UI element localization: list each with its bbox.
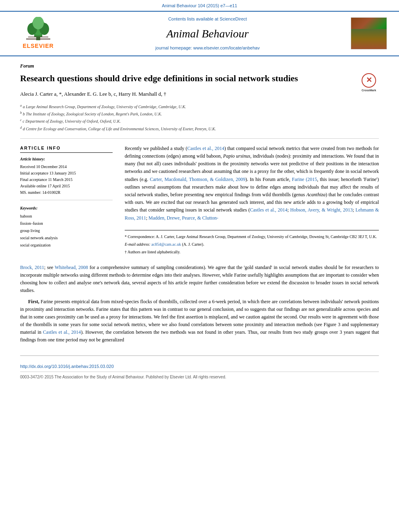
- body-left-col: Brock, 2011; see Whitehead, 2008 for a c…: [20, 264, 379, 347]
- affiliation-a: a a Large Animal Research Group, Departm…: [20, 103, 379, 110]
- ms-number: MS. number: 14-01002R: [20, 189, 113, 196]
- keyword-2: fission–fusion: [20, 220, 113, 227]
- footnote-dagger: † Authors are listed alphabetically.: [125, 249, 379, 255]
- sciencedirect-link[interactable]: ScienceDirect: [220, 16, 247, 21]
- journal-homepage: journal homepage: www.elsevier.com/locat…: [78, 45, 337, 51]
- journal-citation: Animal Behaviour 104 (2015) e7—e11: [162, 3, 237, 8]
- crossmark-circle: ✕: [362, 73, 376, 88]
- body-paragraph-1: Recently we published a study (Castles e…: [125, 145, 379, 222]
- svg-point-5: [33, 17, 44, 29]
- online-date: Available online 17 April 2015: [20, 183, 113, 189]
- journal-citation-bar: Animal Behaviour 104 (2015) e7—e11: [0, 0, 399, 12]
- affiliation-b: b b The Institute of Zoology, Zoological…: [20, 110, 379, 117]
- copyright-text: 0003-3472/© 2015 The Association for the…: [20, 372, 379, 380]
- body-paragraph-first: First, Farine presents empirical data fr…: [20, 298, 379, 344]
- crossmark-label: CrossMark: [362, 88, 376, 92]
- main-content: Forum Research questions should drive ed…: [0, 56, 399, 386]
- body-text-column: Recently we published a study (Castles e…: [125, 145, 379, 257]
- article-history-label: Article history:: [20, 156, 113, 162]
- publisher-logo-section: ELSEVIER: [6, 17, 70, 50]
- ref-madden-2011[interactable]: Madden, Drewe, Pearce, & Clutton-: [148, 215, 218, 221]
- ref-castles-2014b[interactable]: Castles et al., 2014: [250, 207, 288, 213]
- doi-section: http://dx.doi.org/10.1016/j.anbehav.2015…: [20, 355, 379, 380]
- final-acceptance-date: Final acceptance 11 March 2015: [20, 177, 113, 183]
- body-two-col: Brock, 2011; see Whitehead, 2008 for a c…: [20, 264, 379, 347]
- footnote-correspondence: * Correspondence: A. J. Carter, Large An…: [125, 234, 379, 240]
- footnote-email: E-mail address: ac854@cam.ac.uk (A. J. C…: [125, 241, 379, 247]
- homepage-link[interactable]: www.elsevier.com/locate/anbehav: [193, 45, 260, 50]
- article-title: Research questions should drive edge def…: [20, 73, 379, 84]
- email-link[interactable]: ac854@cam.ac.uk: [151, 242, 181, 246]
- ref-carter-2009[interactable]: Carter, Macdonald, Thomson, & Goldizen, …: [150, 177, 246, 182]
- elsevier-label: ELSEVIER: [23, 42, 53, 50]
- journal-title-section: Contents lists available at ScienceDirec…: [70, 16, 345, 51]
- ref-castles-2014[interactable]: Castles et al., 2014: [187, 146, 224, 151]
- cover-animal-image: [351, 29, 387, 49]
- journal-cover: ANIMAL BEHAVIOUR: [345, 17, 393, 49]
- received-date: Received 10 December 2014: [20, 164, 113, 170]
- crossmark-badge[interactable]: ✕ CrossMark: [359, 73, 379, 93]
- initial-acceptance-date: Initial acceptance 13 January 2015: [20, 170, 113, 177]
- section-label: Forum: [20, 62, 379, 70]
- article-info-column: ARTICLE INFO Article history: Received 1…: [20, 145, 113, 257]
- article-info-heading: ARTICLE INFO: [20, 145, 113, 153]
- elsevier-tree-icon: [24, 17, 52, 41]
- journal-cover-image: ANIMAL BEHAVIOUR: [351, 17, 387, 49]
- ref-whitehead-2008[interactable]: Whitehead, 2008: [55, 265, 88, 270]
- journal-header: ELSEVIER Contents lists available at Sci…: [0, 12, 399, 56]
- ref-farine-2015[interactable]: Farine (2015: [292, 177, 317, 182]
- affiliation-c: c c Department of Zoology, University of…: [20, 117, 379, 125]
- keyword-5: social organization: [20, 242, 113, 249]
- two-column-layout: ARTICLE INFO Article history: Received 1…: [20, 145, 379, 257]
- keyword-4: social network analysis: [20, 234, 113, 242]
- paragraph-first-label: First,: [28, 299, 39, 304]
- ref-castles-2014c[interactable]: Castles et al., 2014: [43, 329, 81, 335]
- elsevier-logo: ELSEVIER: [23, 17, 53, 50]
- affiliation-d: d d Centre for Ecology and Conservation,…: [20, 125, 379, 132]
- ref-brock-2011[interactable]: Brock, 2011: [20, 265, 44, 270]
- keywords-label: Keywords:: [20, 205, 113, 211]
- article-history: Received 10 December 2014 Initial accept…: [20, 164, 113, 200]
- body-paragraph-brock: Brock, 2011; see Whitehead, 2008 for a c…: [20, 264, 379, 295]
- page: Animal Behaviour 104 (2015) e7—e11 ELSEV…: [0, 0, 399, 532]
- keywords-list: baboon fission–fusion group living socia…: [20, 213, 113, 249]
- ref-hobson-2013[interactable]: Hobson, Avery, & Wright, 2013: [290, 207, 352, 213]
- keyword-1: baboon: [20, 213, 113, 220]
- sciencedirect-availability: Contents lists available at ScienceDirec…: [78, 16, 337, 23]
- authors-line: Alecia J. Carter a, *, Alexander E. G. L…: [20, 90, 379, 98]
- doi-link[interactable]: http://dx.doi.org/10.1016/j.anbehav.2015…: [20, 363, 379, 370]
- keyword-3: group living: [20, 227, 113, 234]
- crossmark-icon: ✕: [366, 76, 372, 85]
- footnotes-section: * Correspondence: A. J. Carter, Large An…: [125, 230, 379, 255]
- journal-title: Animal Behaviour: [78, 25, 337, 42]
- affiliations-section: a a Large Animal Research Group, Departm…: [20, 103, 379, 139]
